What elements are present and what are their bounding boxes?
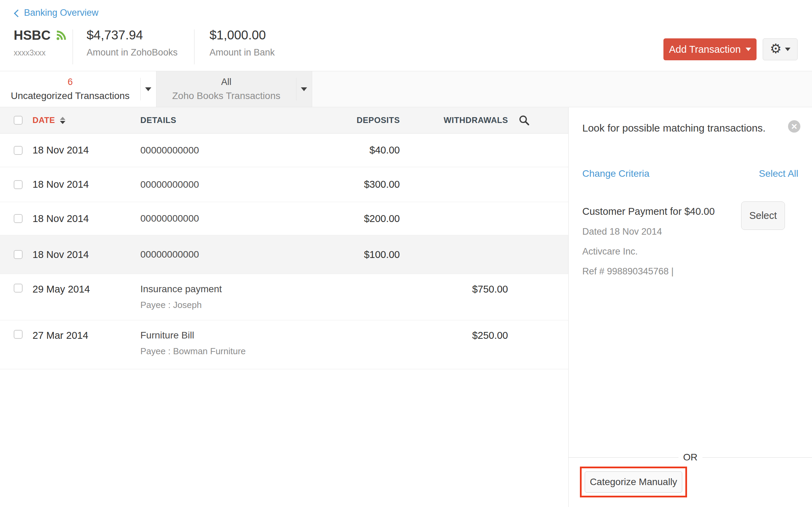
table-row[interactable]: 18 Nov 2014 00000000000 $40.00 [0, 134, 568, 167]
row-date: 18 Nov 2014 [33, 249, 140, 260]
row-checkbox[interactable] [14, 284, 23, 293]
bank-feed-icon [55, 30, 66, 41]
transactions-table: 18 Nov 2014 00000000000 $40.00 18 Nov 20… [0, 134, 568, 369]
account-number-masked: xxxx3xxx [14, 48, 66, 58]
table-header-checkbox-cell [0, 116, 33, 125]
row-deposit: $300.00 [307, 179, 400, 190]
transactions-tab-bar: 6 Uncategorized Transactions All Zoho Bo… [0, 71, 812, 107]
row-date: 18 Nov 2014 [33, 179, 140, 190]
table-search-cell [508, 114, 568, 126]
column-header-date[interactable]: DATE [33, 115, 140, 125]
amount-bank-label: Amount in Bank [210, 47, 275, 58]
row-checkbox[interactable] [14, 330, 23, 339]
add-transaction-label: Add Transaction [669, 44, 741, 55]
tab-zoho-books-dropdown[interactable] [296, 71, 312, 107]
categorize-manually-button[interactable]: Categorize Manually [585, 471, 682, 493]
match-party: Activcare Inc. [582, 246, 715, 257]
row-checkbox[interactable] [14, 146, 23, 155]
row-checkbox[interactable] [14, 214, 23, 223]
column-header-details: DETAILS [140, 115, 307, 125]
row-payee: Payee : Bowman Furniture [140, 346, 307, 357]
match-title: Customer Payment for $40.00 [582, 206, 715, 217]
row-payee: Payee : Joseph [140, 300, 307, 310]
matching-transactions-panel: Look for possible matching transactions.… [568, 107, 812, 507]
zoho-books-filter-value: All [221, 77, 231, 87]
chevron-down-icon [301, 87, 307, 91]
row-date: 27 Mar 2014 [33, 330, 140, 341]
row-details: Insurance payment [140, 284, 307, 295]
sort-icon[interactable] [60, 117, 65, 124]
amount-bank-block: $1,000.00 Amount in Bank [210, 28, 275, 58]
tab-zoho-books-label: Zoho Books Transactions [172, 90, 280, 101]
uncategorized-count-badge: 6 [67, 77, 73, 87]
add-transaction-button[interactable]: Add Transaction [663, 38, 757, 60]
select-all-link[interactable]: Select All [759, 168, 798, 179]
matching-transaction-card: Customer Payment for $40.00 Dated 18 Nov… [582, 206, 715, 277]
table-row[interactable]: 18 Nov 2014 00000000000 $300.00 [0, 167, 568, 202]
breadcrumb-label[interactable]: Banking Overview [24, 8, 99, 18]
match-ref: Ref # 998890345768 | [582, 266, 715, 277]
row-deposit: $40.00 [307, 145, 400, 156]
divider [194, 29, 194, 64]
row-details: Furniture Bill [140, 330, 307, 341]
row-withdrawal: $750.00 [400, 284, 508, 295]
chevron-down-icon [785, 48, 790, 51]
gear-icon: ⚙ [770, 42, 782, 55]
chevron-left-icon [14, 9, 22, 17]
divider-line [569, 457, 678, 458]
chevron-down-icon [746, 48, 751, 51]
or-label: OR [683, 452, 698, 463]
amount-zohobooks-label: Amount in ZohoBooks [87, 47, 178, 58]
tab-uncategorized-transactions[interactable]: 6 Uncategorized Transactions [0, 71, 156, 107]
table-row[interactable]: 29 May 2014 Insurance payment Payee : Jo… [0, 274, 568, 320]
close-icon[interactable]: × [788, 120, 800, 133]
row-deposit: $100.00 [307, 249, 400, 260]
column-header-withdrawals: WITHDRAWALS [400, 115, 508, 125]
row-checkbox[interactable] [14, 180, 23, 189]
select-match-button[interactable]: Select [741, 201, 785, 230]
column-header-deposits: DEPOSITS [307, 115, 400, 125]
tab-uncategorized-dropdown[interactable] [140, 71, 156, 107]
table-row[interactable]: 18 Nov 2014 00000000000 $200.00 [0, 202, 568, 235]
account-name: HSBC [14, 28, 51, 43]
amount-zohobooks-value: $4,737.94 [87, 28, 178, 42]
row-date: 29 May 2014 [33, 284, 140, 295]
match-dated: Dated 18 Nov 2014 [582, 226, 715, 237]
select-all-checkbox[interactable] [14, 116, 23, 125]
panel-title: Look for possible matching transactions. [582, 122, 788, 134]
account-summary: HSBC xxxx3xxx [14, 28, 66, 58]
panel-links-row: Change Criteria Select All [582, 168, 798, 179]
divider [73, 29, 73, 64]
row-deposit: $200.00 [307, 213, 400, 224]
chevron-down-icon [145, 87, 151, 91]
row-details: 00000000000 [140, 145, 307, 156]
row-details: 00000000000 [140, 179, 307, 190]
search-icon[interactable] [518, 114, 530, 126]
table-row[interactable]: 27 Mar 2014 Furniture Bill Payee : Bowma… [0, 320, 568, 369]
row-checkbox[interactable] [14, 250, 23, 259]
amount-zohobooks-block: $4,737.94 Amount in ZohoBooks [87, 28, 178, 58]
amount-bank-value: $1,000.00 [210, 28, 275, 42]
row-details: 00000000000 [140, 213, 307, 224]
account-name-row: HSBC [14, 28, 66, 43]
tab-zoho-books-main[interactable]: All Zoho Books Transactions [156, 71, 296, 107]
row-date: 18 Nov 2014 [33, 145, 140, 156]
row-details: 00000000000 [140, 249, 307, 260]
breadcrumb[interactable]: Banking Overview [15, 8, 99, 18]
row-withdrawal: $250.00 [400, 330, 508, 341]
tab-uncategorized-label: Uncategorized Transactions [11, 90, 129, 101]
annotation-highlight-box: Categorize Manually [580, 467, 687, 497]
column-header-date-label: DATE [33, 115, 55, 125]
table-header-row: DATE DETAILS DEPOSITS WITHDRAWALS [0, 107, 568, 134]
divider-line [702, 457, 812, 458]
table-row-selected[interactable]: 18 Nov 2014 00000000000 $100.00 [0, 235, 568, 274]
change-criteria-link[interactable]: Change Criteria [582, 168, 649, 179]
settings-button[interactable]: ⚙ [763, 38, 798, 60]
or-divider: OR [569, 452, 812, 463]
row-date: 18 Nov 2014 [33, 213, 140, 224]
tab-uncategorized-main[interactable]: 6 Uncategorized Transactions [0, 71, 140, 107]
tab-zoho-books-transactions[interactable]: All Zoho Books Transactions [156, 71, 312, 107]
